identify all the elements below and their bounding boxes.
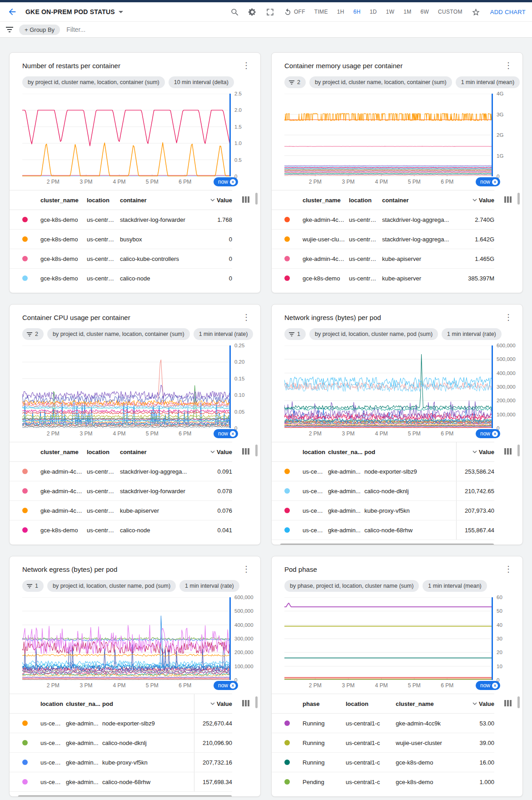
table-row[interactable]: gce-k8s-demo us-central1-c stackdriver-l… <box>10 210 232 230</box>
vertical-scrollbar[interactable] <box>517 193 520 205</box>
table-row[interactable]: us-cen... gke-admin... calico-node-dknlj… <box>272 481 494 501</box>
column-header[interactable]: container <box>120 197 194 204</box>
horizontal-scrollbar[interactable] <box>280 544 494 545</box>
search-icon[interactable] <box>230 8 239 16</box>
dismiss-now-icon[interactable]: × <box>230 179 236 185</box>
time-button-1h[interactable]: 1H <box>337 9 344 15</box>
star-icon[interactable] <box>472 8 480 16</box>
column-settings-icon[interactable] <box>242 196 249 203</box>
group-by-chip[interactable]: by project id, cluster name, location, c… <box>22 76 165 88</box>
dismiss-now-icon[interactable]: × <box>492 431 498 437</box>
table-row[interactable]: gce-k8s-demo us-central1-c calico-node 0 <box>10 269 232 288</box>
table-row[interactable]: us-cen... gke-admin... calico-node-68rhw… <box>272 520 494 540</box>
table-row[interactable]: us-cen... gke-admin... kube-proxy-vf5kn … <box>10 753 232 772</box>
column-settings-icon[interactable] <box>504 196 512 203</box>
more-options-icon[interactable]: ⋮ <box>240 314 252 321</box>
column-header[interactable]: cluster_name <box>40 197 87 204</box>
add-chart-button[interactable]: ADD CHART <box>490 9 526 15</box>
table-row[interactable]: gce-k8s-demo us-central1-c calico-node 0… <box>10 520 232 540</box>
column-settings-icon[interactable] <box>242 700 249 706</box>
dismiss-now-icon[interactable]: × <box>230 683 236 689</box>
column-settings-icon[interactable] <box>504 700 512 706</box>
column-header[interactable]: cluster_na... <box>66 700 102 707</box>
table-row[interactable]: Pending us-central1-c gce-k8s-demo 1.000 <box>272 772 494 791</box>
table-row[interactable]: us-cen... gke-admin... node-exporter-slb… <box>10 714 232 733</box>
column-header[interactable]: cluster_name <box>396 700 456 707</box>
more-options-icon[interactable]: ⋮ <box>502 62 514 69</box>
filter-chip[interactable]: 2 <box>284 76 306 88</box>
group-by-chip[interactable]: by project id, cluster name, location, c… <box>309 76 452 88</box>
vertical-scrollbar[interactable] <box>517 696 520 708</box>
column-header[interactable]: location <box>349 197 382 204</box>
value-column-header[interactable]: Value <box>194 694 232 713</box>
group-by-chip[interactable]: by project id, cluster name, location, c… <box>47 328 190 340</box>
time-button-1m[interactable]: 1M <box>403 9 411 15</box>
auto-refresh-toggle[interactable]: OFF <box>283 8 305 16</box>
vertical-scrollbar[interactable] <box>517 445 520 456</box>
column-header[interactable]: cluster_name <box>303 197 349 204</box>
column-header[interactable]: pod <box>102 700 194 707</box>
value-column-header[interactable]: Value <box>456 694 494 713</box>
fullscreen-icon[interactable] <box>266 8 274 16</box>
time-button-time[interactable]: TIME <box>314 9 328 15</box>
more-options-icon[interactable]: ⋮ <box>502 314 514 321</box>
interval-chip[interactable]: 1 min interval (rate) <box>179 580 239 592</box>
column-header[interactable]: container <box>382 197 456 204</box>
column-header[interactable]: location <box>303 449 328 455</box>
time-button-1d[interactable]: 1D <box>370 9 377 15</box>
now-chip[interactable]: now × <box>476 429 500 438</box>
table-row[interactable]: us-cen... gke-admin... calico-node-68rhw… <box>10 772 232 792</box>
column-header[interactable]: phase <box>303 700 346 707</box>
value-column-header[interactable]: Value <box>456 442 494 461</box>
filter-chip[interactable]: 1 <box>22 580 44 592</box>
vertical-scrollbar[interactable] <box>255 445 258 456</box>
now-chip[interactable]: now × <box>476 177 500 186</box>
time-button-6h-active[interactable]: 6H <box>353 9 361 15</box>
table-row[interactable]: us-cen... gke-admin... calico-node-dknlj… <box>10 733 232 753</box>
table-row[interactable]: Running us-central1-c wujie-user-cluster… <box>272 733 494 753</box>
value-column-header[interactable]: Value <box>194 190 232 210</box>
time-button-custom[interactable]: CUSTOM <box>438 9 462 15</box>
table-row[interactable]: Running us-central1-c gce-k8s-demo 16.00 <box>272 753 494 772</box>
table-row[interactable]: gke-admin-4cc... us-central1-c kube-apis… <box>10 501 232 520</box>
table-row[interactable]: gce-k8s-demo us-central1-c busybox 0 <box>10 230 232 249</box>
dismiss-now-icon[interactable]: × <box>492 179 498 185</box>
back-arrow-icon[interactable] <box>7 7 17 17</box>
table-row[interactable]: wujie-user-clus... us-central1-c stackdr… <box>272 230 494 249</box>
table-row[interactable]: Running us-central1-c gke-admin-4cc9k 53… <box>272 714 494 733</box>
value-column-header[interactable]: Value <box>456 190 494 210</box>
column-settings-icon[interactable] <box>504 448 512 455</box>
column-header[interactable]: cluster_name <box>40 449 87 455</box>
now-chip[interactable]: now × <box>214 177 238 186</box>
time-button-1w[interactable]: 1W <box>386 9 395 15</box>
table-row[interactable]: gke-admin-4cc... us-central1-c stackdriv… <box>10 462 232 481</box>
now-chip[interactable]: now × <box>214 681 238 690</box>
table-row[interactable]: gce-k8s-demo us-central1-c calico-kube-c… <box>10 249 232 269</box>
group-by-button[interactable]: + Group By <box>19 25 60 35</box>
table-row[interactable]: gke-admin-4cc... us-central1-c stackdriv… <box>10 481 232 501</box>
interval-chip[interactable]: 10 min interval (delta) <box>169 76 234 88</box>
now-chip[interactable]: now × <box>476 681 500 690</box>
group-by-chip[interactable]: by project id, location, cluster name, p… <box>47 580 176 592</box>
more-options-icon[interactable]: ⋮ <box>502 565 514 573</box>
column-header[interactable]: pod <box>364 449 456 455</box>
table-row[interactable]: us-cen... gke-admin... node-exporter-slb… <box>272 462 494 481</box>
dismiss-now-icon[interactable]: × <box>492 683 498 689</box>
horizontal-scrollbar[interactable] <box>18 795 232 797</box>
time-button-6w[interactable]: 6W <box>420 9 429 15</box>
filter-chip[interactable]: 2 <box>22 328 44 340</box>
table-row[interactable]: us-cen... gke-admin... kube-proxy-vf5kn … <box>272 501 494 520</box>
column-header[interactable]: location <box>87 449 120 455</box>
column-header[interactable]: location <box>346 700 396 707</box>
gear-icon[interactable] <box>248 8 257 16</box>
interval-chip[interactable]: 1 min interval (mean) <box>456 76 520 88</box>
column-header[interactable]: location <box>87 197 120 204</box>
filter-input[interactable] <box>65 25 527 34</box>
value-column-header[interactable]: Value <box>194 442 232 461</box>
now-chip[interactable]: now × <box>214 429 238 438</box>
interval-chip[interactable]: 1 min interval (mean) <box>423 580 487 592</box>
more-options-icon[interactable]: ⋮ <box>240 565 252 573</box>
table-row[interactable]: gce-k8s-demo us-central1-c kube-apiserve… <box>272 269 494 288</box>
filter-chip[interactable]: 1 <box>284 328 306 340</box>
column-header[interactable]: cluster_na... <box>328 449 364 455</box>
